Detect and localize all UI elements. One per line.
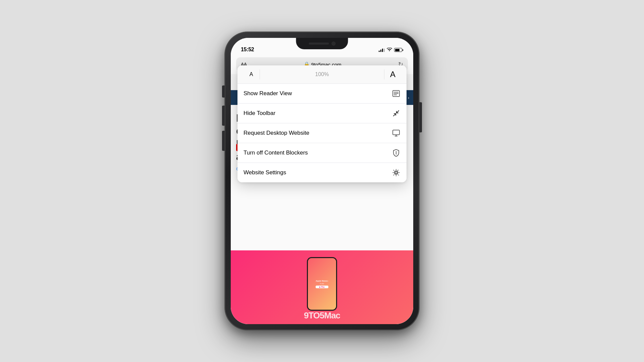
svg-line-15 xyxy=(393,114,396,116)
phone-device: 15:52 xyxy=(225,32,419,330)
font-increase-button[interactable]: A xyxy=(384,70,401,79)
menu-item-desktop-site[interactable]: Request Desktop Website xyxy=(237,123,407,143)
desktop-site-label: Request Desktop Website xyxy=(244,130,388,136)
menu-item-reader-view[interactable]: Show Reader View xyxy=(237,84,407,104)
font-size-row: A 100% A xyxy=(237,65,407,84)
popup-menu: A 100% A Show Reader View xyxy=(237,65,407,182)
svg-point-26 xyxy=(394,171,398,175)
svg-rect-21 xyxy=(393,130,399,135)
power-button[interactable] xyxy=(419,102,422,132)
gear-icon xyxy=(392,168,400,177)
content-blockers-label: Turn off Content Blockers xyxy=(244,149,388,156)
volume-down-button[interactable] xyxy=(222,131,225,151)
menu-item-hide-toolbar[interactable]: Hide Toolbar xyxy=(237,104,407,123)
font-percent-display: 100% xyxy=(260,71,384,77)
reader-view-label: Show Reader View xyxy=(244,90,388,97)
reader-view-icon xyxy=(392,89,400,98)
svg-point-25 xyxy=(395,172,397,174)
font-decrease-button[interactable]: A xyxy=(243,71,260,77)
volume-up-button[interactable] xyxy=(222,106,225,126)
page-background: 15:52 xyxy=(0,0,644,362)
website-settings-label: Website Settings xyxy=(244,169,388,176)
phone-screen: 15:52 xyxy=(231,38,413,324)
shield-icon xyxy=(392,148,400,157)
hide-toolbar-icon xyxy=(392,109,400,118)
menu-item-content-blockers[interactable]: Turn off Content Blockers xyxy=(237,143,407,163)
menu-item-website-settings[interactable]: Website Settings xyxy=(237,163,407,182)
desktop-icon xyxy=(392,129,400,137)
svg-line-18 xyxy=(396,111,399,113)
mute-button[interactable] xyxy=(222,85,225,98)
hide-toolbar-label: Hide Toolbar xyxy=(244,110,388,117)
